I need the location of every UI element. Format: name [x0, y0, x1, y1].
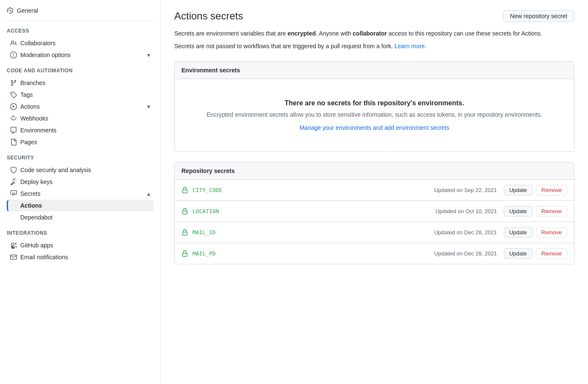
environment-secrets-empty: There are no secrets for this repository… [175, 79, 574, 151]
secret-name: MAIL_ID [192, 229, 434, 236]
gear-icon [7, 7, 14, 14]
pages-label: Pages [20, 139, 37, 145]
access-section-title: Access [7, 21, 154, 37]
sidebar-item-email-notifications[interactable]: Email notifications [7, 251, 154, 263]
sidebar-item-general[interactable]: General [7, 0, 154, 21]
remove-secret-button[interactable]: Remove [536, 206, 567, 217]
sidebar-item-code-security[interactable]: Code security and analysis [7, 164, 154, 176]
webhook-icon [10, 115, 17, 122]
environment-secrets-header: Environment secrets [175, 62, 574, 79]
update-secret-button[interactable]: Update [504, 248, 533, 259]
update-secret-button[interactable]: Update [504, 227, 533, 238]
environment-secrets-empty-sub: Encrypted environment secrets allow you … [185, 110, 564, 119]
branches-label: Branches [20, 80, 45, 86]
branch-icon [10, 80, 17, 86]
secret-actions: Update Remove [504, 248, 567, 259]
secret-actions: Update Remove [504, 206, 567, 217]
sidebar-item-environments[interactable]: Environments [7, 124, 154, 136]
secrets-chevron-icon: ▴ [147, 190, 150, 197]
key-icon [10, 178, 17, 185]
secret-updated: Updated on Dec 28, 2021 [434, 229, 497, 236]
environment-secrets-section: Environment secrets There are no secrets… [174, 61, 574, 152]
lock-icon [181, 250, 188, 257]
people-icon [10, 40, 17, 47]
main-content: Actions secrets New repository secret Se… [161, 0, 588, 384]
repository-secrets-section: Repository secrets CITY_CODE Updated on … [174, 162, 574, 264]
main-header: Actions secrets New repository secret [174, 10, 574, 22]
secret-updated: Updated on Sep 22, 2021 [434, 187, 497, 193]
moderation-label: Moderation options [20, 52, 71, 58]
actions-sub-label: Actions [20, 202, 42, 209]
github-apps-label: GitHub apps [20, 242, 53, 249]
pages-icon [10, 139, 17, 145]
new-repository-secret-button[interactable]: New repository secret [503, 10, 574, 22]
repository-secrets-header: Repository secrets [175, 162, 574, 180]
mail-icon [10, 254, 17, 261]
email-notifications-label: Email notifications [20, 254, 68, 261]
remove-secret-button[interactable]: Remove [536, 248, 567, 259]
secret-name: CITY_CODE [192, 187, 434, 193]
secret-row: CITY_CODE Updated on Sep 22, 2021 Update… [175, 180, 574, 201]
secret-name: LOCATION [192, 208, 435, 214]
description-line2: Secrets are not passed to workflows that… [174, 41, 574, 51]
secret-updated: Updated on Oct 10, 2021 [435, 208, 497, 214]
tag-icon [10, 91, 17, 98]
tags-label: Tags [20, 91, 33, 98]
secret-row: LOCATION Updated on Oct 10, 2021 Update … [175, 201, 574, 222]
sidebar-item-pages[interactable]: Pages [7, 136, 154, 148]
secrets-label: Secrets [20, 190, 40, 197]
secret-actions: Update Remove [504, 185, 567, 195]
lock-icon [181, 228, 188, 236]
moderation-chevron-icon: ▾ [147, 52, 150, 58]
secret-row: MAIL_ID Updated on Dec 28, 2021 Update R… [175, 222, 574, 243]
manage-environments-link[interactable]: Manage your environments and add environ… [299, 124, 449, 131]
dependabot-sub-label: Dependabot [20, 214, 52, 221]
sidebar-item-webhooks[interactable]: Webhooks [7, 112, 154, 124]
deploy-keys-label: Deploy keys [20, 178, 52, 185]
learn-more-link[interactable]: Learn more. [395, 43, 426, 49]
sidebar: General Access Collaborators Moderation … [0, 0, 161, 384]
sidebar-item-deploy-keys[interactable]: Deploy keys [7, 176, 154, 188]
update-secret-button[interactable]: Update [504, 206, 533, 217]
env-icon [10, 127, 17, 134]
sidebar-item-collaborators[interactable]: Collaborators [7, 37, 154, 49]
sidebar-sub-item-dependabot[interactable]: Dependabot [7, 211, 154, 223]
sidebar-item-branches[interactable]: Branches [7, 77, 154, 89]
environments-label: Environments [20, 127, 57, 134]
webhooks-label: Webhooks [20, 115, 48, 122]
sidebar-item-moderation[interactable]: Moderation options ▾ [7, 49, 154, 61]
integrations-section-title: Integrations [7, 223, 154, 239]
description-line1: Secrets are environment variables that a… [174, 29, 574, 38]
secret-row: MAIL_PD Updated on Dec 28, 2021 Update R… [175, 243, 574, 264]
sidebar-item-secrets[interactable]: Secrets ▴ [7, 188, 154, 200]
collaborators-label: Collaborators [20, 40, 55, 47]
apps-icon [10, 242, 17, 249]
sidebar-sub-item-actions[interactable]: Actions [7, 200, 154, 211]
actions-icon [10, 103, 17, 110]
sidebar-item-tags[interactable]: Tags [7, 89, 154, 101]
secrets-list: CITY_CODE Updated on Sep 22, 2021 Update… [175, 180, 574, 264]
sidebar-item-actions[interactable]: Actions ▾ [7, 101, 154, 112]
remove-secret-button[interactable]: Remove [536, 185, 567, 195]
actions-chevron-icon: ▾ [147, 103, 150, 110]
sidebar-general-label: General [17, 7, 38, 14]
shield-icon [10, 167, 17, 173]
lock-icon [181, 207, 188, 215]
secret-name: MAIL_PD [192, 250, 434, 257]
code-automation-section-title: Code and automation [7, 61, 154, 77]
secret-updated: Updated on Dec 28, 2021 [434, 250, 497, 257]
update-secret-button[interactable]: Update [504, 185, 533, 195]
page-title: Actions secrets [174, 10, 243, 22]
environment-secrets-empty-title: There are no secrets for this repository… [185, 99, 564, 107]
lock-icon [181, 186, 188, 194]
actions-label: Actions [20, 103, 40, 110]
report-icon [10, 52, 17, 58]
sidebar-item-github-apps[interactable]: GitHub apps [7, 239, 154, 251]
secret-icon [10, 190, 17, 197]
remove-secret-button[interactable]: Remove [536, 227, 567, 238]
security-section-title: Security [7, 148, 154, 164]
secret-actions: Update Remove [504, 227, 567, 238]
code-security-label: Code security and analysis [20, 167, 91, 173]
